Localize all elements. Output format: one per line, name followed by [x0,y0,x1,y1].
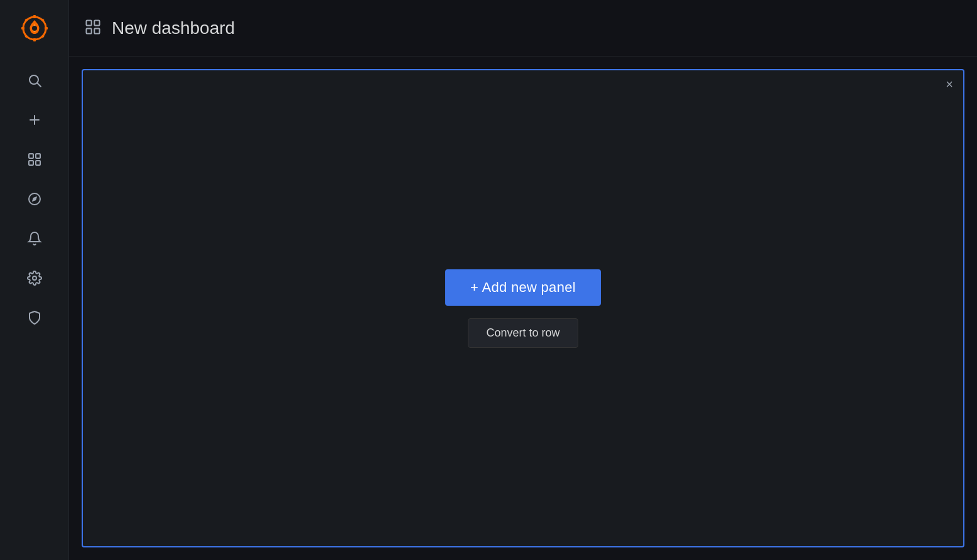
sidebar-nav [0,57,68,341]
dashboard-header-icon [84,18,102,38]
add-panel-label: + Add new panel [470,279,576,296]
svg-rect-3 [33,38,36,41]
explore-icon [27,191,42,207]
sidebar-item-explore[interactable] [16,181,53,216]
sidebar [0,0,69,560]
shield-icon [27,310,42,325]
svg-rect-5 [45,27,48,30]
sidebar-item-add[interactable] [16,102,53,137]
svg-rect-2 [33,15,36,18]
add-panel-button[interactable]: + Add new panel [445,269,601,306]
svg-rect-22 [87,20,92,25]
alerting-icon [27,231,42,246]
dashboard-panel: × + Add new panel Convert to row [82,69,964,547]
sidebar-item-dashboards[interactable] [16,142,53,176]
app-logo[interactable] [0,0,69,57]
convert-to-row-button[interactable]: Convert to row [468,318,578,348]
svg-rect-4 [21,27,24,30]
svg-point-10 [32,26,37,31]
dashboards-icon [27,152,42,167]
svg-rect-25 [94,28,99,33]
sidebar-item-shield[interactable] [16,300,53,335]
svg-rect-15 [29,154,33,158]
svg-rect-16 [36,154,40,158]
grid-icon [84,18,102,36]
dashboard-area: × + Add new panel Convert to row [69,57,977,560]
settings-icon [27,271,42,286]
svg-rect-17 [29,161,33,165]
search-icon [27,73,42,88]
add-icon [27,112,42,127]
header: New dashboard [69,0,977,57]
svg-rect-23 [94,20,99,25]
svg-line-12 [37,83,41,87]
page-title: New dashboard [112,18,235,38]
svg-rect-18 [36,161,40,165]
sidebar-item-settings[interactable] [16,261,53,295]
sidebar-item-search[interactable] [16,63,53,97]
svg-marker-20 [31,196,36,201]
panel-close-button[interactable]: × [946,78,953,90]
svg-rect-24 [87,28,92,33]
sidebar-item-alerting[interactable] [16,221,53,256]
panel-actions: + Add new panel Convert to row [445,269,601,348]
svg-point-21 [33,276,36,280]
main-content: New dashboard × + Add new panel Convert … [69,0,977,560]
